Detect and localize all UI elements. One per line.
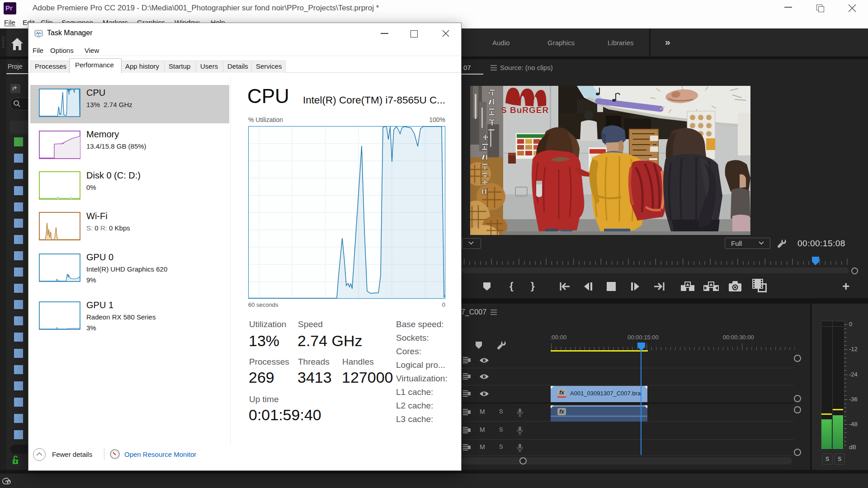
svg-text:S BuRGER: S BuRGER	[501, 105, 549, 115]
